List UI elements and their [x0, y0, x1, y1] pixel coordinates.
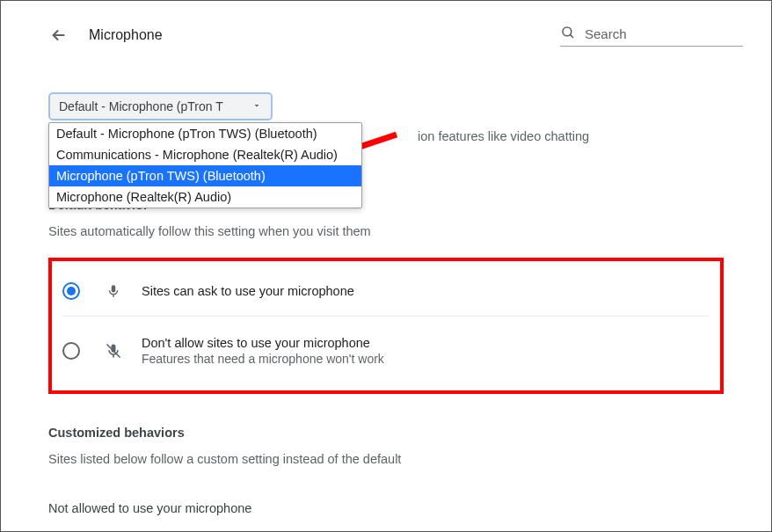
search-icon — [560, 25, 576, 44]
device-option[interactable]: Microphone (Realtek(R) Audio) — [49, 186, 361, 208]
svg-rect-4 — [113, 355, 114, 358]
chevron-down-icon — [251, 99, 262, 113]
radio-option-block[interactable]: Don't allow sites to use your microphone… — [62, 316, 710, 373]
radio-button[interactable] — [62, 342, 80, 360]
radio-button[interactable] — [62, 282, 80, 300]
default-behavior-sub: Sites automatically follow this setting … — [48, 224, 724, 238]
device-select-value: Default - Microphone (pTron T — [59, 99, 223, 113]
search-input[interactable] — [585, 26, 743, 41]
radio-option-ask[interactable]: Sites can ask to use your microphone — [62, 273, 710, 307]
radio-dot — [67, 287, 76, 295]
device-select-dropdown: Default - Microphone (pTron TWS) (Blueto… — [48, 122, 362, 208]
back-button[interactable] — [48, 25, 69, 46]
default-behavior-highlight: Sites can ask to use your microphone Don… — [48, 258, 724, 394]
radio-label: Don't allow sites to use your microphone — [142, 336, 384, 350]
page-title: Microphone — [89, 27, 560, 43]
svg-rect-3 — [113, 295, 114, 297]
microphone-device-select[interactable]: Default - Microphone (pTron T — [48, 92, 273, 120]
customized-behaviors-heading: Customized behaviors — [48, 426, 724, 440]
description-fragment: ion features like video chatting — [418, 129, 589, 143]
not-allowed-heading: Not allowed to use your microphone — [48, 501, 724, 515]
customized-behaviors-sub: Sites listed below follow a custom setti… — [48, 452, 724, 466]
microphone-off-icon — [105, 342, 122, 360]
radio-sublabel: Features that need a microphone won't wo… — [142, 352, 384, 366]
search-field[interactable] — [560, 25, 743, 47]
device-option[interactable]: Communications - Microphone (Realtek(R) … — [49, 144, 361, 165]
arrow-left-icon — [49, 26, 69, 45]
radio-label: Sites can ask to use your microphone — [142, 284, 354, 298]
svg-point-0 — [563, 27, 572, 36]
device-option[interactable]: Microphone (pTron TWS) (Bluetooth) — [49, 165, 361, 186]
microphone-icon — [105, 283, 122, 299]
device-option[interactable]: Default - Microphone (pTron TWS) (Blueto… — [49, 123, 361, 144]
